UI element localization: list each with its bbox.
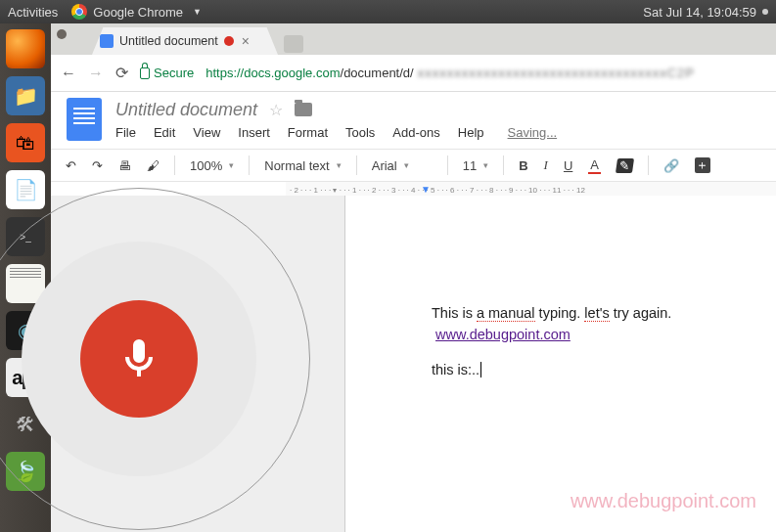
toolbar-navigation: ← → ⟳ Secure https://docs.google.com/doc…	[51, 55, 776, 92]
saving-status: Saving...	[508, 125, 558, 140]
status-dot-icon	[762, 9, 768, 15]
bold-button[interactable]: B	[514, 155, 532, 176]
document-page[interactable]: This is a manual typing. let's try again…	[344, 196, 776, 532]
zoom-select[interactable]: 100%	[185, 155, 239, 176]
document-link[interactable]: www.debugpoint.com	[435, 327, 571, 342]
print-button[interactable]: 🖶	[114, 155, 136, 176]
voice-typing-widget[interactable]	[0, 188, 310, 530]
active-app-indicator[interactable]: Google Chrome▼	[71, 4, 202, 20]
underline-button[interactable]: U	[559, 155, 577, 176]
tab-strip: Untitled document ×	[51, 23, 776, 55]
menu-bar: File Edit View Insert Format Tools Add-o…	[115, 125, 557, 140]
star-icon[interactable]: ☆	[269, 101, 283, 119]
google-docs-logo-icon[interactable]	[67, 98, 102, 141]
window-controls[interactable]	[57, 29, 67, 39]
insert-link-button[interactable]: 🔗	[659, 155, 684, 176]
menu-view[interactable]: View	[193, 125, 220, 140]
insert-comment-button[interactable]: ＋	[690, 155, 715, 176]
paragraph-style-select[interactable]: Normal text	[259, 155, 345, 176]
back-button[interactable]: ←	[61, 65, 76, 82]
chrome-icon	[71, 4, 87, 20]
italic-button[interactable]: I	[539, 155, 553, 176]
document-title[interactable]: Untitled document	[115, 100, 257, 120]
browser-tab[interactable]: Untitled document ×	[92, 27, 278, 55]
docs-header: Untitled document ☆ File Edit View Inser…	[51, 92, 776, 141]
tab-title: Untitled document	[119, 34, 218, 48]
menu-insert[interactable]: Insert	[238, 125, 270, 140]
text-cursor	[479, 362, 481, 377]
docs-favicon-icon	[100, 34, 114, 48]
menu-file[interactable]: File	[115, 125, 136, 140]
close-tab-icon[interactable]: ×	[242, 33, 250, 49]
font-size-select[interactable]: 11	[458, 155, 493, 176]
system-top-bar: Activities Google Chrome▼ Sat Jul 14, 19…	[0, 0, 776, 23]
formatting-toolbar: ↶ ↷ 🖶 🖌 100% Normal text Arial 11 B I U …	[51, 149, 776, 182]
recording-indicator-icon	[224, 36, 234, 46]
lock-icon	[140, 67, 150, 79]
document-body[interactable]: This is a manual typing. let's try again…	[432, 303, 776, 380]
menu-tools[interactable]: Tools	[345, 125, 375, 140]
menu-edit[interactable]: Edit	[154, 125, 175, 140]
site-security-indicator[interactable]: Secure	[140, 66, 194, 80]
undo-button[interactable]: ↶	[61, 155, 81, 176]
files-launcher[interactable]: 📁	[6, 76, 45, 115]
activities-button[interactable]: Activities	[8, 5, 58, 20]
firefox-launcher[interactable]	[6, 29, 45, 68]
watermark: www.debugpoint.com	[571, 490, 756, 512]
indent-marker-icon[interactable]: ▼	[421, 184, 431, 195]
paint-format-button[interactable]: 🖌	[142, 155, 164, 176]
menu-format[interactable]: Format	[288, 125, 328, 140]
menu-addons[interactable]: Add-ons	[392, 125, 439, 140]
address-bar[interactable]: https://docs.google.com/document/d/xxxxx…	[205, 66, 695, 80]
redo-button[interactable]: ↷	[87, 155, 108, 176]
forward-button[interactable]: →	[88, 65, 104, 82]
voice-record-button[interactable]	[80, 300, 198, 418]
move-folder-icon[interactable]	[295, 103, 312, 116]
reload-button[interactable]: ⟳	[115, 64, 128, 82]
clock[interactable]: Sat Jul 14, 19:04:59	[643, 5, 756, 20]
text-color-button[interactable]: A	[583, 155, 606, 177]
new-tab-button[interactable]	[284, 35, 303, 53]
chrome-window: Untitled document × ← → ⟳ Secure https:/…	[51, 23, 776, 532]
menu-help[interactable]: Help	[458, 125, 484, 140]
highlight-button[interactable]: ✎	[612, 155, 638, 176]
microphone-icon	[115, 335, 162, 382]
font-select[interactable]: Arial	[367, 155, 437, 176]
software-center-launcher[interactable]: 🛍	[6, 123, 45, 162]
